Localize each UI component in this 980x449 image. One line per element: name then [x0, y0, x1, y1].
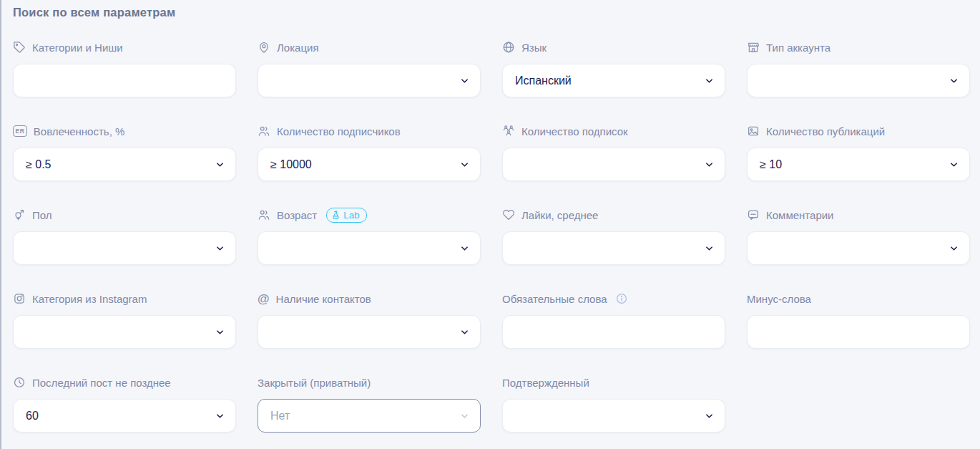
field-comments: Комментарии	[747, 208, 970, 265]
instagram-category-select[interactable]	[13, 315, 236, 349]
field-private: Закрытый (приватный) Нет	[258, 375, 481, 433]
chevron-down-icon	[460, 76, 469, 85]
chevron-down-icon	[705, 76, 714, 85]
field-label: Подтвержденный	[502, 377, 589, 389]
at-icon: @	[258, 293, 270, 305]
field-label: Комментарии	[766, 209, 833, 221]
likes-select[interactable]	[502, 231, 725, 265]
chevron-down-icon	[705, 243, 714, 253]
private-select[interactable]: Нет	[258, 399, 481, 433]
field-label: Количество подписчиков	[277, 125, 401, 137]
field-language: Язык Испанский	[502, 40, 725, 97]
info-icon[interactable]	[615, 292, 628, 305]
storefront-icon	[747, 41, 760, 54]
field-likes: Лайки, среднее	[502, 208, 725, 265]
chevron-down-icon	[215, 411, 225, 420]
people-group-icon	[502, 125, 515, 137]
chevron-down-icon	[949, 76, 959, 85]
location-pin-icon	[258, 41, 270, 54]
clock-icon	[13, 376, 26, 389]
field-account-type: Тип аккаунта	[747, 40, 970, 97]
lab-badge: Lab	[326, 208, 367, 223]
followers-select[interactable]: ≥ 10000	[258, 148, 481, 181]
search-filters-panel: Поиск по всем параметрам Категории и Ниш…	[0, 0, 980, 433]
chevron-down-icon	[949, 160, 959, 169]
field-label: Локация	[277, 42, 319, 54]
field-label: Тип аккаунта	[766, 42, 830, 54]
field-required-words: Обязательные слова	[502, 291, 725, 349]
followings-select[interactable]	[502, 148, 725, 181]
instagram-icon	[13, 292, 26, 305]
field-label: Возраст	[277, 209, 317, 221]
field-label: Количество подписок	[521, 125, 628, 137]
comments-select[interactable]	[747, 231, 970, 265]
chevron-down-icon	[460, 243, 469, 253]
required-words-input[interactable]	[502, 315, 725, 349]
chevron-down-icon	[215, 243, 225, 253]
empty-cell	[747, 375, 970, 433]
account-type-select[interactable]	[747, 64, 970, 97]
gender-select[interactable]	[13, 231, 236, 265]
field-followings: Количество подписок	[502, 124, 725, 181]
gender-icon	[13, 208, 26, 221]
chevron-down-icon	[460, 327, 469, 337]
engagement-select[interactable]: ≥ 0.5	[13, 148, 236, 181]
field-followers: Количество подписчиков ≥ 10000	[258, 124, 481, 181]
field-label: Наличие контактов	[276, 293, 371, 305]
field-engagement: ER Вовлеченность, % ≥ 0.5	[13, 124, 236, 181]
flask-icon	[331, 211, 340, 220]
field-label: Вовлеченность, %	[34, 125, 125, 137]
field-publications: Количество публикаций ≥ 10	[747, 124, 970, 181]
field-instagram-category: Категория из Instagram	[13, 291, 236, 349]
field-verified: Подтвержденный	[502, 375, 725, 433]
field-minus-words: Минус-слова	[747, 291, 970, 349]
chevron-down-icon	[215, 327, 225, 337]
chevron-down-icon	[705, 411, 714, 420]
field-label: Категории и Ниши	[32, 42, 123, 54]
chevron-down-icon	[460, 160, 469, 169]
field-label: Количество публикаций	[766, 125, 885, 137]
lab-badge-label: Lab	[343, 210, 360, 221]
last-post-select[interactable]: 60	[13, 399, 236, 433]
field-label: Лайки, среднее	[521, 209, 598, 221]
field-label: Минус-слова	[747, 293, 811, 305]
two-people-icon	[258, 208, 270, 221]
field-categories: Категории и Ниши	[13, 40, 236, 97]
field-location: Локация	[258, 40, 481, 97]
location-select[interactable]	[258, 64, 481, 97]
er-badge-icon: ER	[13, 125, 27, 137]
globe-icon	[502, 41, 515, 54]
field-last-post: Последний пост не позднее 60	[13, 375, 236, 433]
filters-grid: Категории и Ниши Локация Язык Испанский	[13, 40, 970, 433]
two-people-icon	[258, 125, 270, 137]
field-label: Закрытый (приватный)	[258, 377, 371, 389]
language-select[interactable]: Испанский	[502, 64, 725, 97]
categories-input[interactable]	[13, 64, 236, 97]
comment-icon	[747, 208, 760, 221]
contacts-select[interactable]	[258, 315, 481, 349]
field-label: Язык	[521, 42, 547, 54]
verified-select[interactable]	[502, 399, 725, 433]
field-label: Категория из Instagram	[32, 293, 147, 305]
field-label: Пол	[32, 209, 52, 221]
field-gender: Пол	[13, 208, 236, 265]
chevron-down-icon	[705, 160, 714, 169]
field-label: Последний пост не позднее	[32, 377, 171, 389]
field-contacts: @ Наличие контактов	[258, 291, 481, 349]
heart-icon	[502, 208, 515, 221]
panel-left-edge	[0, 0, 1, 449]
chevron-down-icon	[949, 243, 959, 253]
panel-title: Поиск по всем параметрам	[13, 6, 970, 19]
tag-icon	[13, 41, 26, 54]
minus-words-input[interactable]	[747, 315, 970, 349]
chevron-down-icon	[215, 160, 225, 169]
image-icon	[747, 125, 760, 137]
publications-select[interactable]: ≥ 10	[747, 148, 970, 181]
field-label: Обязательные слова	[502, 293, 607, 305]
field-age: Возраст Lab	[258, 208, 481, 265]
chevron-down-icon	[460, 411, 469, 420]
age-select[interactable]	[258, 231, 481, 265]
